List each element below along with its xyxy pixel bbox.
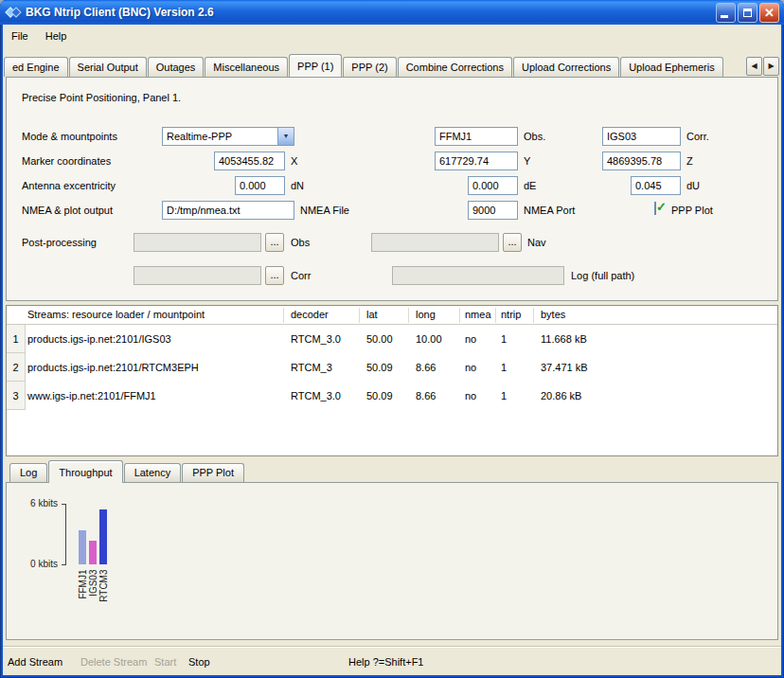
- tab-scroll-left-button[interactable]: ◀: [746, 57, 762, 76]
- cell-long: 8.66: [416, 353, 436, 382]
- y-axis-tick: [62, 564, 66, 565]
- streams-table-header: Streams: resource loader / mountpoint de…: [7, 306, 777, 325]
- delete-stream-button[interactable]: Delete Stream: [80, 650, 147, 675]
- cell-decoder: RTCM_3.0: [291, 325, 341, 353]
- throughput-bar-label: RTCM3: [98, 570, 109, 604]
- log-path-input[interactable]: [392, 266, 564, 285]
- table-row[interactable]: 1 products.igs-ip.net:2101/IGS03 RTCM_3.…: [7, 325, 777, 353]
- close-button[interactable]: ✕: [759, 3, 779, 23]
- cell-mountpoint: products.igs-ip.net:2101/IGS03: [27, 325, 171, 353]
- streams-table[interactable]: Streams: resource loader / mountpoint de…: [6, 305, 778, 456]
- tab-feed-engine[interactable]: ed Engine: [4, 57, 68, 77]
- menubar: File Help: [3, 25, 781, 47]
- y-label: Y: [524, 154, 530, 168]
- stop-button[interactable]: Stop: [188, 650, 210, 675]
- cell-lat: 50.09: [366, 382, 393, 410]
- cell-nmea: no: [465, 353, 476, 382]
- z-coordinate-input[interactable]: [602, 152, 681, 170]
- header-nmea[interactable]: nmea: [465, 309, 491, 320]
- add-stream-button[interactable]: Add Stream: [8, 650, 62, 675]
- corr-browse-button[interactable]: ...: [265, 266, 284, 285]
- cell-long: 10.00: [416, 325, 442, 353]
- y-coordinate-input[interactable]: [435, 152, 518, 170]
- de-label: dE: [524, 179, 536, 192]
- throughput-bar-FFMJ1: [79, 530, 86, 564]
- ppp-panel-title: Precise Point Positioning, Panel 1.: [22, 91, 181, 104]
- x-coordinate-input[interactable]: [214, 152, 285, 170]
- du-input[interactable]: [631, 176, 681, 195]
- corr-mountpoint-input[interactable]: [602, 127, 681, 146]
- throughput-plot: 6 kbits 0 kbits FFMJ1IGS03RTCM3: [7, 483, 779, 641]
- cell-decoder: RTCM_3: [291, 353, 332, 382]
- tab-scroll-right-button[interactable]: ▶: [763, 57, 779, 76]
- corr-label: Corr.: [686, 130, 709, 143]
- cell-ntrip: 1: [501, 325, 507, 353]
- nmea-file-label: NMEA File: [300, 204, 349, 217]
- nmea-file-input[interactable]: [162, 201, 294, 220]
- table-row[interactable]: 3 www.igs-ip.net:2101/FFMJ1 RTCM_3.0 50.…: [7, 382, 777, 410]
- minimize-button[interactable]: [716, 3, 736, 23]
- ytick-bottom-label: 0 kbits: [16, 559, 58, 569]
- header-long[interactable]: long: [416, 309, 436, 320]
- ppp-plot-checkbox[interactable]: ✓: [654, 202, 656, 215]
- window-title: BKG Ntrip Client (BNC) Version 2.6: [26, 6, 716, 19]
- mode-combobox-value: Realtime-PPP: [163, 128, 277, 145]
- table-row[interactable]: 2 products.igs-ip.net:2101/RTCM3EPH RTCM…: [7, 353, 777, 382]
- menu-file[interactable]: File: [3, 27, 37, 45]
- cell-lat: 50.00: [366, 325, 393, 353]
- header-lat[interactable]: lat: [366, 309, 378, 320]
- tab-log[interactable]: Log: [9, 463, 47, 482]
- start-button[interactable]: Start: [154, 650, 176, 675]
- throughput-bar-RTCM3: [99, 509, 107, 564]
- tab-outages[interactable]: Outages: [148, 57, 205, 77]
- nmea-port-input[interactable]: [468, 201, 518, 220]
- titlebar[interactable]: BKG Ntrip Client (BNC) Version 2.6 ✕: [0, 0, 784, 25]
- ppp-panel: Precise Point Positioning, Panel 1. Mode…: [6, 77, 778, 301]
- help-shortcut-label: Help ?=Shift+F1: [348, 650, 424, 675]
- x-label: X: [291, 154, 297, 168]
- tab-serial-output[interactable]: Serial Output: [69, 57, 147, 77]
- header-bytes[interactable]: bytes: [541, 309, 565, 320]
- cell-nmea: no: [465, 325, 476, 353]
- combo-arrow-icon[interactable]: ▼: [277, 128, 294, 145]
- status-separator: [3, 646, 781, 648]
- tab-ppp-2[interactable]: PPP (2): [343, 57, 396, 77]
- du-label: dU: [686, 179, 700, 192]
- tab-strip: ed Engine Serial Output Outages Miscella…: [4, 53, 742, 77]
- dn-input[interactable]: [235, 176, 285, 195]
- obs-browse-button[interactable]: ...: [265, 233, 284, 252]
- header-mountpoint[interactable]: Streams: resource loader / mountpoint: [27, 309, 205, 320]
- maximize-button[interactable]: [738, 3, 757, 23]
- tab-latency[interactable]: Latency: [124, 463, 182, 482]
- header-ntrip[interactable]: ntrip: [501, 309, 521, 320]
- tab-upload-corrections[interactable]: Upload Corrections: [513, 57, 619, 77]
- nav-browse-button[interactable]: ...: [503, 233, 522, 252]
- obs-file-input[interactable]: [134, 233, 261, 252]
- close-icon: ✕: [760, 4, 778, 22]
- bottom-tab-bar: Log Throughput Latency PPP Plot: [9, 459, 245, 482]
- tab-throughput[interactable]: Throughput: [48, 460, 122, 483]
- tab-ppp-plot[interactable]: PPP Plot: [182, 463, 244, 482]
- row-number: 1: [7, 325, 26, 353]
- corr-file-input[interactable]: [134, 266, 261, 285]
- bottom-bar: Add Stream Delete Stream Start Stop Help…: [3, 650, 781, 675]
- pp-obs-label: Obs: [291, 236, 310, 249]
- throughput-chart-panel: 6 kbits 0 kbits FFMJ1IGS03RTCM3: [6, 482, 778, 640]
- pp-corr-label: Corr: [291, 269, 311, 282]
- mode-mountpoints-label: Mode & mountpoints: [22, 130, 117, 143]
- obs-mountpoint-input[interactable]: [435, 127, 518, 146]
- header-decoder[interactable]: decoder: [291, 309, 329, 320]
- tab-upload-ephemeris[interactable]: Upload Ephemeris: [620, 57, 723, 77]
- mode-combobox[interactable]: Realtime-PPP ▼: [162, 127, 294, 146]
- cell-bytes: 20.86 kB: [541, 382, 581, 410]
- menu-help[interactable]: Help: [37, 27, 76, 45]
- de-input[interactable]: [468, 176, 518, 195]
- minimize-icon: [721, 15, 728, 18]
- y-axis-tick: [62, 504, 66, 505]
- app-icon: [7, 6, 22, 19]
- tab-ppp-1[interactable]: PPP (1): [289, 54, 342, 77]
- nav-file-input[interactable]: [371, 233, 499, 252]
- tab-miscellaneous[interactable]: Miscellaneous: [205, 57, 288, 77]
- cell-long: 8.66: [416, 382, 436, 410]
- tab-combine-corrections[interactable]: Combine Corrections: [398, 57, 512, 77]
